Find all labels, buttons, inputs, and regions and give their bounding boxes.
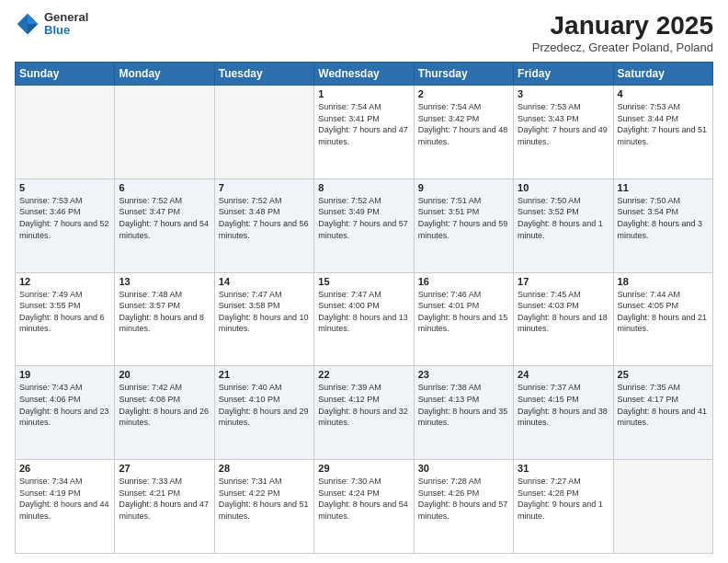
week-row-1: 1Sunrise: 7:54 AM Sunset: 3:41 PM Daylig…: [16, 86, 713, 179]
day-cell: 31Sunrise: 7:27 AM Sunset: 4:28 PM Dayli…: [514, 460, 613, 554]
cell-date-number: 8: [318, 182, 409, 193]
cell-date-number: 24: [518, 369, 609, 380]
cell-info-text: Sunrise: 7:38 AM Sunset: 4:13 PM Dayligh…: [418, 382, 509, 428]
cell-info-text: Sunrise: 7:51 AM Sunset: 3:51 PM Dayligh…: [418, 195, 509, 241]
cell-date-number: 5: [19, 182, 110, 193]
day-cell: 12Sunrise: 7:49 AM Sunset: 3:55 PM Dayli…: [16, 272, 115, 366]
day-cell: 6Sunrise: 7:52 AM Sunset: 3:47 PM Daylig…: [115, 178, 214, 272]
day-cell: 10Sunrise: 7:50 AM Sunset: 3:52 PM Dayli…: [514, 178, 613, 272]
day-cell: 30Sunrise: 7:28 AM Sunset: 4:26 PM Dayli…: [414, 460, 513, 554]
col-saturday: Saturday: [613, 63, 712, 86]
cell-date-number: 29: [318, 463, 409, 474]
day-cell: 26Sunrise: 7:34 AM Sunset: 4:19 PM Dayli…: [16, 460, 115, 554]
calendar-title: January 2025: [532, 11, 713, 40]
col-thursday: Thursday: [414, 63, 513, 86]
cell-date-number: 28: [219, 463, 310, 474]
day-cell: 24Sunrise: 7:37 AM Sunset: 4:15 PM Dayli…: [514, 366, 613, 460]
week-row-5: 26Sunrise: 7:34 AM Sunset: 4:19 PM Dayli…: [16, 460, 713, 554]
cell-info-text: Sunrise: 7:47 AM Sunset: 4:00 PM Dayligh…: [318, 289, 409, 335]
title-area: January 2025 Przedecz, Greater Poland, P…: [532, 11, 713, 54]
cell-info-text: Sunrise: 7:30 AM Sunset: 4:24 PM Dayligh…: [318, 476, 409, 522]
cell-info-text: Sunrise: 7:42 AM Sunset: 4:08 PM Dayligh…: [119, 382, 210, 428]
day-cell: 21Sunrise: 7:40 AM Sunset: 4:10 PM Dayli…: [214, 366, 313, 460]
col-sunday: Sunday: [16, 63, 115, 86]
cell-date-number: 26: [19, 463, 110, 474]
page: General Blue January 2025 Przedecz, Grea…: [0, 0, 728, 563]
day-cell: 18Sunrise: 7:44 AM Sunset: 4:05 PM Dayli…: [613, 272, 712, 366]
cell-info-text: Sunrise: 7:28 AM Sunset: 4:26 PM Dayligh…: [418, 476, 509, 522]
cell-date-number: 25: [618, 369, 709, 380]
logo-icon: [15, 11, 40, 37]
day-cell: 29Sunrise: 7:30 AM Sunset: 4:24 PM Dayli…: [314, 460, 414, 554]
cell-date-number: 13: [119, 276, 210, 287]
day-cell: 27Sunrise: 7:33 AM Sunset: 4:21 PM Dayli…: [115, 460, 214, 554]
week-row-2: 5Sunrise: 7:53 AM Sunset: 3:46 PM Daylig…: [16, 178, 713, 272]
day-cell: 2Sunrise: 7:54 AM Sunset: 3:42 PM Daylig…: [414, 86, 513, 179]
svg-marker-3: [17, 24, 28, 34]
cell-info-text: Sunrise: 7:40 AM Sunset: 4:10 PM Dayligh…: [219, 382, 310, 428]
cell-date-number: 12: [19, 276, 110, 287]
logo: General Blue: [15, 11, 88, 38]
day-cell: 16Sunrise: 7:46 AM Sunset: 4:01 PM Dayli…: [414, 272, 513, 366]
cell-date-number: 18: [618, 276, 709, 287]
cell-date-number: 22: [318, 369, 409, 380]
cell-date-number: 19: [19, 369, 110, 380]
cell-date-number: 20: [119, 369, 210, 380]
cell-date-number: 27: [119, 463, 210, 474]
cell-date-number: 9: [418, 182, 509, 193]
day-cell: 20Sunrise: 7:42 AM Sunset: 4:08 PM Dayli…: [115, 366, 214, 460]
cell-info-text: Sunrise: 7:50 AM Sunset: 3:54 PM Dayligh…: [618, 195, 709, 241]
day-cell: 3Sunrise: 7:53 AM Sunset: 3:43 PM Daylig…: [514, 86, 613, 179]
day-cell: 8Sunrise: 7:52 AM Sunset: 3:49 PM Daylig…: [314, 178, 414, 272]
day-cell: 17Sunrise: 7:45 AM Sunset: 4:03 PM Dayli…: [514, 272, 613, 366]
logo-line1: General: [44, 11, 88, 24]
cell-date-number: 14: [219, 276, 310, 287]
day-cell: [214, 86, 313, 179]
week-row-4: 19Sunrise: 7:43 AM Sunset: 4:06 PM Dayli…: [16, 366, 713, 460]
cell-date-number: 21: [219, 369, 310, 380]
day-cell: 15Sunrise: 7:47 AM Sunset: 4:00 PM Dayli…: [314, 272, 414, 366]
cell-date-number: 4: [618, 88, 709, 99]
calendar-body: 1Sunrise: 7:54 AM Sunset: 3:41 PM Daylig…: [16, 86, 713, 554]
cell-info-text: Sunrise: 7:43 AM Sunset: 4:06 PM Dayligh…: [19, 382, 110, 428]
cell-date-number: 31: [518, 463, 609, 474]
header-row: Sunday Monday Tuesday Wednesday Thursday…: [16, 63, 713, 86]
cell-info-text: Sunrise: 7:52 AM Sunset: 3:48 PM Dayligh…: [219, 195, 310, 241]
cell-info-text: Sunrise: 7:52 AM Sunset: 3:49 PM Dayligh…: [318, 195, 409, 241]
cell-info-text: Sunrise: 7:53 AM Sunset: 3:43 PM Dayligh…: [518, 101, 609, 147]
cell-info-text: Sunrise: 7:39 AM Sunset: 4:12 PM Dayligh…: [318, 382, 409, 428]
cell-date-number: 1: [318, 88, 409, 99]
cell-date-number: 23: [418, 369, 509, 380]
day-cell: 19Sunrise: 7:43 AM Sunset: 4:06 PM Dayli…: [16, 366, 115, 460]
cell-date-number: 10: [518, 182, 609, 193]
cell-info-text: Sunrise: 7:50 AM Sunset: 3:52 PM Dayligh…: [518, 195, 609, 241]
day-cell: [613, 460, 712, 554]
day-cell: 23Sunrise: 7:38 AM Sunset: 4:13 PM Dayli…: [414, 366, 513, 460]
cell-info-text: Sunrise: 7:34 AM Sunset: 4:19 PM Dayligh…: [19, 476, 110, 522]
day-cell: 22Sunrise: 7:39 AM Sunset: 4:12 PM Dayli…: [314, 366, 414, 460]
day-cell: [115, 86, 214, 179]
svg-marker-2: [28, 24, 38, 34]
cell-info-text: Sunrise: 7:52 AM Sunset: 3:47 PM Dayligh…: [119, 195, 210, 241]
cell-date-number: 3: [518, 88, 609, 99]
cell-info-text: Sunrise: 7:47 AM Sunset: 3:58 PM Dayligh…: [219, 289, 310, 335]
cell-date-number: 6: [119, 182, 210, 193]
cell-info-text: Sunrise: 7:27 AM Sunset: 4:28 PM Dayligh…: [518, 476, 609, 522]
cell-info-text: Sunrise: 7:33 AM Sunset: 4:21 PM Dayligh…: [119, 476, 210, 522]
day-cell: 5Sunrise: 7:53 AM Sunset: 3:46 PM Daylig…: [16, 178, 115, 272]
logo-line2: Blue: [44, 24, 88, 37]
cell-date-number: 30: [418, 463, 509, 474]
cell-date-number: 17: [518, 276, 609, 287]
cell-date-number: 16: [418, 276, 509, 287]
col-friday: Friday: [514, 63, 613, 86]
day-cell: 25Sunrise: 7:35 AM Sunset: 4:17 PM Dayli…: [613, 366, 712, 460]
day-cell: 9Sunrise: 7:51 AM Sunset: 3:51 PM Daylig…: [414, 178, 513, 272]
cell-info-text: Sunrise: 7:54 AM Sunset: 3:42 PM Dayligh…: [418, 101, 509, 147]
calendar-subtitle: Przedecz, Greater Poland, Poland: [532, 40, 713, 54]
cell-date-number: 11: [618, 182, 709, 193]
cell-info-text: Sunrise: 7:37 AM Sunset: 4:15 PM Dayligh…: [518, 382, 609, 428]
logo-text: General Blue: [44, 11, 88, 38]
cell-info-text: Sunrise: 7:54 AM Sunset: 3:41 PM Dayligh…: [318, 101, 409, 147]
cell-info-text: Sunrise: 7:53 AM Sunset: 3:46 PM Dayligh…: [19, 195, 110, 241]
cell-info-text: Sunrise: 7:44 AM Sunset: 4:05 PM Dayligh…: [618, 289, 709, 335]
